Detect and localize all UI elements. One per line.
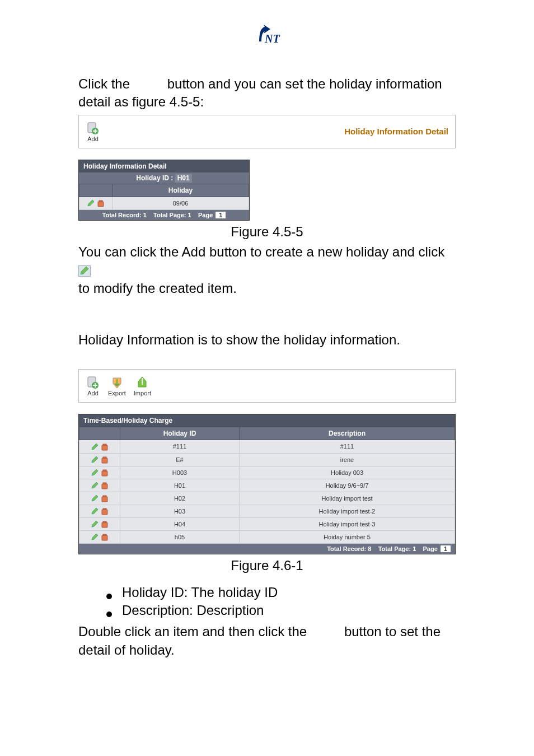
edit-icon[interactable] bbox=[87, 199, 95, 207]
hid-value: H01 bbox=[175, 174, 192, 183]
table-row[interactable]: #111#111 bbox=[79, 440, 455, 453]
delete-icon[interactable] bbox=[101, 533, 109, 541]
description-cell: #111 bbox=[240, 440, 455, 453]
edit-icon[interactable] bbox=[91, 507, 99, 515]
svg-rect-21 bbox=[102, 535, 107, 540]
svg-rect-20 bbox=[103, 521, 106, 522]
export-button[interactable]: Export bbox=[108, 375, 126, 396]
holiday-id-cell: H04 bbox=[120, 518, 240, 531]
edit-icon[interactable] bbox=[91, 494, 99, 502]
edit-icon[interactable] bbox=[91, 482, 99, 489]
description-cell: irene bbox=[240, 453, 455, 466]
total-page-val: 1 bbox=[413, 545, 416, 552]
holiday-id-cell: h05 bbox=[120, 531, 240, 544]
edit-icon[interactable] bbox=[91, 533, 99, 541]
bullet-text: Holiday ID: The holiday ID bbox=[122, 585, 278, 600]
table-row[interactable]: H03Holiday import test-2 bbox=[79, 505, 455, 517]
add-button[interactable]: Add bbox=[86, 375, 100, 396]
holiday-charge-grid: Time-Based/Holiday Charge Holiday ID Des… bbox=[78, 414, 456, 554]
delete-icon[interactable] bbox=[101, 482, 109, 489]
description-cell: Holiday 003 bbox=[240, 466, 455, 479]
edit-icon[interactable] bbox=[91, 443, 99, 451]
holiday-id-cell: H02 bbox=[120, 492, 240, 505]
page-input[interactable]: 1 bbox=[441, 545, 451, 552]
text: to modify the created item. bbox=[78, 281, 237, 296]
holiday-id-cell: H01 bbox=[120, 479, 240, 492]
import-label: Import bbox=[134, 390, 151, 396]
bullet-icon bbox=[106, 612, 112, 617]
svg-rect-16 bbox=[103, 496, 106, 497]
table-row[interactable]: H02Holiday import test bbox=[79, 492, 455, 505]
holiday-cell: 09/06 bbox=[113, 197, 249, 209]
svg-rect-15 bbox=[102, 497, 107, 502]
table-row[interactable]: E#irene bbox=[79, 453, 455, 466]
svg-rect-7 bbox=[102, 445, 107, 450]
table-row[interactable]: H003Holiday 003 bbox=[79, 466, 455, 479]
after-paragraph-1: You can click the Add button to create a… bbox=[78, 243, 456, 297]
total-record-val: 1 bbox=[143, 212, 147, 218]
intro-paragraph-1: Click the button and you can set the hol… bbox=[78, 75, 456, 111]
table-row[interactable]: H04Holiday import test-3 bbox=[79, 518, 455, 531]
description-cell: Holiday import test-3 bbox=[240, 518, 455, 531]
description-cell: Holiday import test bbox=[240, 492, 455, 505]
edit-icon[interactable] bbox=[91, 456, 99, 464]
delete-icon[interactable] bbox=[97, 199, 105, 207]
delete-icon[interactable] bbox=[101, 507, 109, 515]
holiday-id-cell: #111 bbox=[120, 440, 240, 453]
closing-paragraph: Double click an item and then click the … bbox=[78, 623, 456, 659]
delete-icon[interactable] bbox=[101, 520, 109, 528]
svg-rect-3 bbox=[98, 202, 104, 207]
svg-rect-18 bbox=[103, 508, 106, 510]
svg-rect-17 bbox=[102, 510, 107, 515]
brand-fnt-icon: NT bbox=[254, 22, 280, 45]
column-holiday: Holiday bbox=[113, 184, 249, 197]
svg-rect-13 bbox=[102, 484, 107, 489]
svg-rect-10 bbox=[103, 457, 106, 458]
total-record-label: Total Record: bbox=[102, 212, 143, 218]
edit-icon[interactable] bbox=[91, 469, 99, 477]
import-icon bbox=[135, 375, 149, 390]
total-page-label: Total Page: bbox=[378, 545, 413, 552]
list-item: Holiday ID: The holiday ID bbox=[106, 585, 456, 600]
section-2-intro: Holiday Information is to show the holid… bbox=[78, 331, 456, 349]
total-record-val: 8 bbox=[368, 545, 371, 552]
figure-label-1: Figure 4.5-5 bbox=[78, 224, 456, 240]
table-row[interactable]: h05Hoiday number 5 bbox=[79, 531, 455, 544]
table-row[interactable]: 09/06 bbox=[79, 197, 249, 209]
holiday-id-cell: H03 bbox=[120, 505, 240, 517]
description-cell: Hoiday number 5 bbox=[240, 531, 455, 544]
grid-subtitle: Holiday ID : H01 bbox=[79, 172, 249, 184]
page-label: Page bbox=[423, 545, 438, 552]
column-holiday-id: Holiday ID bbox=[120, 427, 240, 440]
svg-rect-12 bbox=[103, 470, 106, 471]
toolbar-panel-2: Add Export Import bbox=[78, 369, 456, 403]
export-icon bbox=[110, 375, 124, 390]
text: You can click the Add button to create a… bbox=[78, 244, 444, 259]
svg-rect-22 bbox=[103, 534, 106, 535]
table-row[interactable]: H01Holiday 9/6~9/7 bbox=[79, 479, 455, 492]
page-label: Page bbox=[198, 212, 213, 218]
figure-label-2: Figure 4.6-1 bbox=[78, 558, 456, 573]
svg-rect-8 bbox=[103, 444, 106, 445]
list-item: Description: Description bbox=[106, 603, 456, 618]
holiday-id-cell: E# bbox=[120, 453, 240, 466]
svg-rect-19 bbox=[102, 522, 107, 528]
grid-footer: Total Record: 8 Total Page: 1 Page 1 bbox=[79, 544, 455, 554]
delete-icon[interactable] bbox=[101, 443, 109, 451]
import-button[interactable]: Import bbox=[134, 375, 151, 396]
delete-icon[interactable] bbox=[101, 469, 109, 477]
delete-icon[interactable] bbox=[101, 494, 109, 502]
edit-icon[interactable] bbox=[91, 520, 99, 528]
bullet-text: Description: Description bbox=[122, 603, 264, 618]
delete-icon[interactable] bbox=[101, 456, 109, 464]
column-description: Description bbox=[240, 427, 455, 440]
svg-rect-14 bbox=[103, 483, 106, 484]
text: Double click an item and then click the bbox=[78, 624, 311, 639]
svg-rect-11 bbox=[102, 471, 107, 476]
page-input[interactable]: 1 bbox=[216, 212, 226, 218]
add-button[interactable]: Add bbox=[86, 121, 100, 142]
add-doc-icon bbox=[86, 121, 100, 136]
brand-logo: NT bbox=[78, 22, 456, 47]
edit-icon bbox=[78, 265, 91, 277]
grid-footer: Total Record: 1 Total Page: 1 Page 1 bbox=[79, 210, 249, 220]
